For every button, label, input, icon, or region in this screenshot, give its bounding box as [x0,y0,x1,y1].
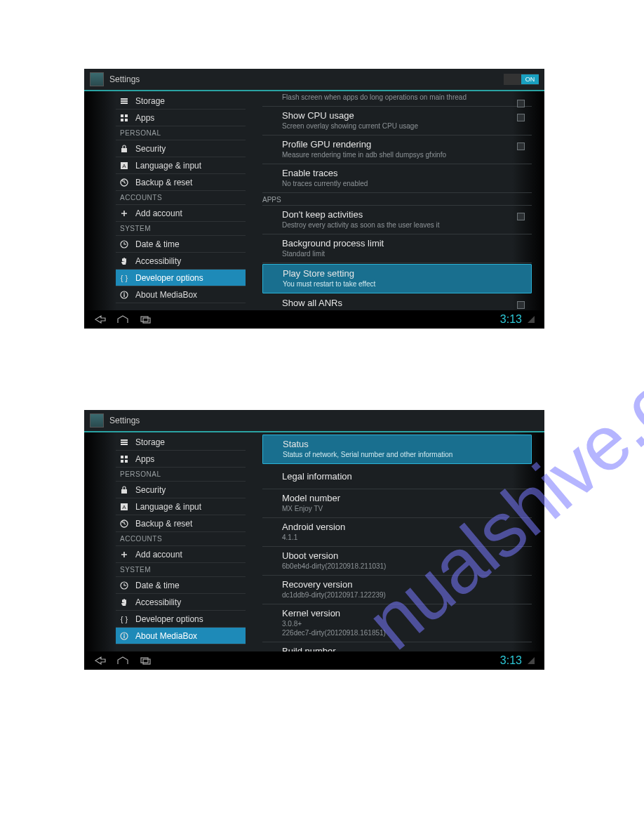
back-button[interactable] [94,315,107,324]
setting-row[interactable]: Background process limitStandard limit [262,234,532,263]
settings-sidebar: StorageAppsPERSONALSecurityALanguage & i… [84,91,246,310]
checkbox[interactable] [517,114,525,121]
recent-button[interactable] [139,656,152,666]
sidebar-item-language-input[interactable]: ALanguage & input [116,157,246,174]
system-navbar: 3:13 [84,651,544,670]
sidebar-item-security[interactable]: Security [116,140,246,157]
home-button[interactable] [116,656,129,666]
about-row[interactable]: Recovery versiondc1ddb9-dirty(20120917.1… [262,576,532,604]
sidebar-item-backup-reset[interactable]: Backup & reset [116,515,246,532]
sidebar-item-security[interactable]: Security [116,482,246,498]
svg-rect-31 [123,635,124,638]
sidebar-item-add-account[interactable]: Add account [116,546,246,563]
home-button[interactable] [116,315,129,324]
about-row[interactable]: Android version4.1.1 [262,518,532,547]
back-button[interactable] [94,656,107,666]
settings-sidebar: StorageAppsPERSONALSecurityALanguage & i… [84,432,246,651]
sidebar-item-about-mediabox[interactable]: About MediaBox [116,628,246,644]
setting-title: Recovery version [282,579,529,590]
sidebar-item-accessibility[interactable]: Accessibility [116,253,246,270]
setting-title: Profile GPU rendering [282,139,529,150]
setting-subtitle: 6b0eb4d-dirty(20120918.211031) [282,562,529,571]
svg-rect-20 [121,456,123,458]
signal-icon [528,657,535,664]
backup-icon [120,519,128,528]
about-row[interactable]: Uboot version6b0eb4d-dirty(20120918.2110… [262,547,532,576]
about-row[interactable]: Kernel version3.0.8+ 226dec7-dirty(20120… [262,604,532,642]
checkbox[interactable] [517,213,525,220]
svg-rect-3 [121,114,123,117]
lock-icon [120,486,128,494]
svg-point-13 [123,292,125,293]
sidebar-item-apps[interactable]: Apps [116,110,246,126]
sidebar-item-developer-options[interactable]: { }Developer options [116,270,246,286]
sidebar-header-accounts: ACCOUNTS [116,191,246,205]
about-row[interactable]: Build numberV1.01.01MX01_20120918 [262,642,532,651]
about-row[interactable]: Legal information [262,465,532,489]
setting-row[interactable]: Profile GPU renderingMeasure rendering t… [262,135,532,164]
svg-rect-2 [121,102,128,104]
storage-icon [120,97,128,105]
developer-options-content: Flash screen when apps do long operation… [246,91,544,310]
svg-rect-22 [121,460,123,463]
info-icon [120,291,128,299]
setting-subtitle: Screen overlay showing current CPU usage [282,121,529,131]
sidebar-item-storage[interactable]: Storage [116,434,246,451]
sidebar-item-label: Date & time [135,239,180,249]
sidebar-item-language-input[interactable]: ALanguage & input [116,498,246,515]
setting-title: Enable traces [282,168,529,179]
sidebar-item-label: Backup & reset [135,519,192,529]
sidebar-item-label: Apps [135,454,154,464]
sidebar-item-label: Language & input [135,502,201,512]
sidebar-item-developer-options[interactable]: { }Developer options [116,611,246,628]
sidebar-header-personal: PERSONAL [116,468,246,482]
system-navbar: 3:13 [84,310,544,329]
setting-subtitle: Status of network, Serial number and oth… [283,450,528,459]
sidebar-item-label: Language & input [135,161,201,171]
backup-icon [120,178,128,187]
signal-icon [528,316,535,323]
setting-row[interactable]: Show CPU usageScreen overlay showing cur… [262,107,532,135]
app-title: Settings [109,416,140,425]
master-toggle[interactable]: ON [504,74,539,85]
sidebar-item-accessibility[interactable]: Accessibility [116,594,246,611]
sidebar-item-date-time[interactable]: Date & time [116,577,246,594]
setting-row[interactable]: Enable tracesNo traces currently enabled [262,164,532,193]
sidebar-header-system: SYSTEM [116,222,246,236]
lang-icon: A [120,503,128,511]
titlebar: Settings [84,410,544,432]
sidebar-item-add-account[interactable]: Add account [116,205,246,222]
info-icon [120,632,128,640]
checkbox[interactable] [517,143,525,150]
settings-app-icon [90,413,104,428]
sidebar-item-about-mediabox[interactable]: About MediaBox [116,286,246,303]
about-row[interactable]: Model numberMX Enjoy TV [262,489,532,518]
apps-icon [120,455,128,463]
svg-rect-32 [141,658,148,663]
sidebar-item-label: Add account [135,208,182,218]
clock-icon [120,581,128,590]
sidebar-item-storage[interactable]: Storage [116,93,246,110]
setting-title: Android version [282,522,529,533]
svg-rect-21 [125,456,128,458]
svg-rect-1 [121,100,128,102]
svg-rect-4 [125,114,128,117]
recent-button[interactable] [139,315,152,324]
sidebar-item-backup-reset[interactable]: Backup & reset [116,174,246,191]
setting-row[interactable]: Show all ANRsShow App Not Responding dia… [262,294,532,310]
sidebar-header-system: SYSTEM [116,563,246,577]
svg-rect-0 [121,98,128,100]
apps-icon [120,114,128,122]
settings-app-icon [90,72,104,86]
about-row[interactable]: StatusStatus of network, Serial number a… [262,435,532,464]
sidebar-item-apps[interactable]: Apps [116,451,246,468]
setting-title: Don't keep activities [282,209,529,220]
plus-icon [120,209,128,218]
setting-row[interactable]: Play Store settingYou must restart to ta… [262,264,532,293]
checkbox[interactable] [517,301,525,309]
setting-row[interactable]: Don't keep activitiesDestroy every activ… [262,206,532,234]
sidebar-item-date-time[interactable]: Date & time [116,236,246,253]
setting-row[interactable]: Flash screen when apps do long operation… [262,93,532,107]
sidebar-item-label: Developer options [135,614,203,624]
setting-subtitle: MX Enjoy TV [282,504,529,513]
